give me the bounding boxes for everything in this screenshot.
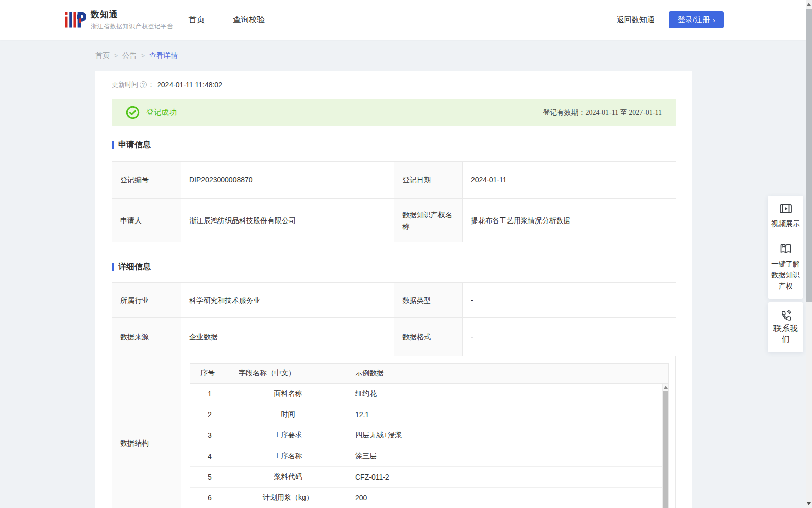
main-nav: 首页 查询校验 xyxy=(189,15,265,25)
status-text: 登记成功 xyxy=(146,108,177,117)
chevron-right-icon: › xyxy=(713,16,715,24)
logo[interactable]: 数知通 浙江省数据知识产权登记平台 xyxy=(65,9,174,31)
column-header-sample-data: 示例数据 xyxy=(347,364,668,383)
field-value: - xyxy=(463,318,676,356)
contact-button[interactable]: 联系我们 xyxy=(768,302,803,352)
breadcrumb-home[interactable]: 首页 xyxy=(95,51,110,60)
validity-period: 登记有效期：2024-01-11 至 2027-01-11 xyxy=(543,108,662,117)
status-banner: 登记成功 登记有效期：2024-01-11 至 2027-01-11 xyxy=(112,99,676,126)
logo-icon xyxy=(65,10,86,30)
divider xyxy=(777,236,794,236)
window-scrollbar[interactable] xyxy=(806,0,812,508)
scroll-up-arrow-icon[interactable] xyxy=(664,386,668,389)
login-register-button[interactable]: 登录/注册 › xyxy=(669,11,724,28)
section-title-detail: 详细信息 xyxy=(112,262,676,272)
breadcrumb-separator: > xyxy=(141,52,145,59)
table-row: 5 浆料代码 CFZ-011-2 xyxy=(190,467,668,488)
table-row: 4 工序名称 涂三层 xyxy=(190,446,668,467)
table-row: 2 时间 12.1 xyxy=(190,404,668,425)
field-value: 浙江辰鸿纺织品科技股份有限公司 xyxy=(181,198,394,242)
field-label: 数据知识产权名称 xyxy=(394,198,463,242)
field-value: DIP2023000008870 xyxy=(181,162,394,198)
table-scrollbar[interactable] xyxy=(662,384,668,508)
scrollbar-up-arrow-icon[interactable] xyxy=(807,3,811,6)
section-bar xyxy=(112,263,114,271)
field-value: 提花布各工艺用浆情况分析数据 xyxy=(463,198,676,242)
table-header-row: 序号 字段名称（中文） 示例数据 xyxy=(190,364,668,384)
help-icon[interactable]: ? xyxy=(140,81,147,88)
video-icon xyxy=(779,203,792,215)
table-row: 3 工序要求 四层无绒+浸浆 xyxy=(190,425,668,446)
field-label: 数据格式 xyxy=(394,318,463,356)
nav-query-verify[interactable]: 查询校验 xyxy=(233,15,265,25)
field-value: 企业数据 xyxy=(181,318,394,356)
application-info-table: 登记编号 DIP2023000008870 登记日期 2024-01-11 申请… xyxy=(112,161,676,242)
table-row: 6 计划用浆（kg） 200 xyxy=(190,488,668,508)
breadcrumb-current: 查看详情 xyxy=(149,51,178,60)
field-label: 数据类型 xyxy=(394,283,463,318)
section-title-application: 申请信息 xyxy=(112,140,676,150)
data-structure-table: 序号 字段名称（中文） 示例数据 1 面料名称 纽约花 2 时间 xyxy=(190,363,669,508)
page: 数知通 浙江省数据知识产权登记平台 首页 查询校验 返回数知通 登录/注册 › … xyxy=(0,0,812,508)
app-title: 数知通 xyxy=(91,9,174,20)
floating-panel-top: 视频展示 一键了解 数据知识 产权 xyxy=(768,196,803,299)
field-label: 所属行业 xyxy=(112,283,181,318)
nav-home[interactable]: 首页 xyxy=(189,15,205,25)
scrollbar-down-arrow-icon[interactable] xyxy=(807,502,811,505)
content-card: 更新时间 ? ： 2024-01-11 11:48:02 登记成功 登记有效期：… xyxy=(95,71,692,508)
column-header-field-name: 字段名称（中文） xyxy=(229,364,347,383)
back-to-shuzhitong-link[interactable]: 返回数知通 xyxy=(617,15,655,25)
field-label: 申请人 xyxy=(112,198,181,242)
field-value: 科学研究和技术服务业 xyxy=(181,283,394,318)
field-label: 登记编号 xyxy=(112,162,181,198)
check-circle-icon xyxy=(126,106,140,119)
phone-icon xyxy=(780,309,792,322)
table-scrollbar-thumb[interactable] xyxy=(663,391,668,508)
field-label-data-structure: 数据结构 xyxy=(112,356,181,508)
update-time-value: 2024-01-11 11:48:02 xyxy=(157,81,222,89)
video-display-button[interactable]: 视频展示 xyxy=(770,203,801,229)
field-value: - xyxy=(463,283,676,318)
breadcrumb: 首页 > 公告 > 查看详情 xyxy=(95,51,812,60)
detail-info-table: 所属行业 科学研究和技术服务业 数据类型 - 数据来源 企业数据 数据格式 - … xyxy=(112,282,676,508)
header: 数知通 浙江省数据知识产权登记平台 首页 查询校验 返回数知通 登录/注册 › xyxy=(0,0,812,40)
update-time-label: 更新时间 xyxy=(112,80,138,89)
update-time-row: 更新时间 ? ： 2024-01-11 11:48:02 xyxy=(112,80,676,89)
breadcrumb-announcement[interactable]: 公告 xyxy=(122,51,137,60)
app-subtitle: 浙江省数据知识产权登记平台 xyxy=(91,22,174,31)
table-row: 1 面料名称 纽约花 xyxy=(190,384,668,404)
window-scrollbar-thumb[interactable] xyxy=(806,9,812,302)
field-label: 登记日期 xyxy=(394,162,463,198)
book-icon xyxy=(779,243,792,255)
section-bar xyxy=(112,141,114,149)
field-label: 数据来源 xyxy=(112,318,181,356)
field-value: 2024-01-11 xyxy=(463,162,676,198)
column-header-seq: 序号 xyxy=(190,364,229,383)
ip-guide-button[interactable]: 一键了解 数据知识 产权 xyxy=(770,243,801,292)
breadcrumb-separator: > xyxy=(114,52,118,59)
